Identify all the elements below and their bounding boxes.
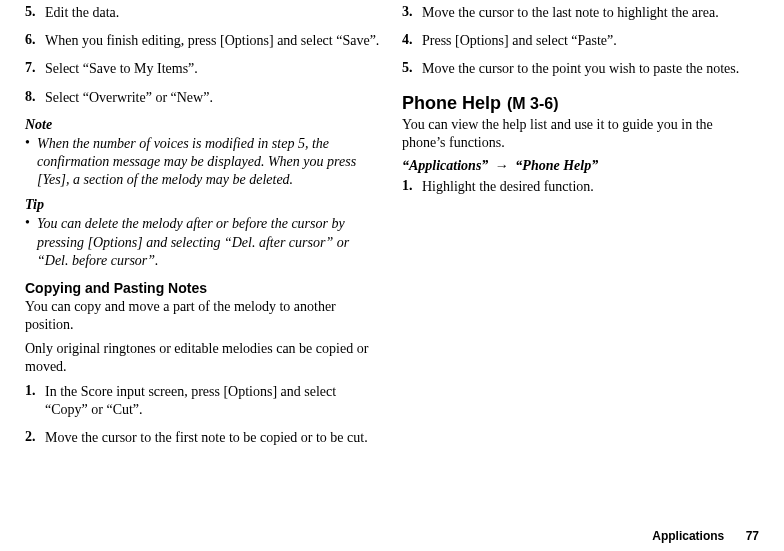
tip-bullet: • You can delete the melody after or bef…: [25, 215, 382, 270]
step-text: Press [Options] and select “Paste”.: [422, 32, 759, 50]
step-text: Select “Overwrite” or “New”.: [45, 89, 382, 107]
steps-copy-paste-cont: 3. Move the cursor to the last note to h…: [402, 4, 759, 79]
bullet-dot: •: [25, 135, 37, 190]
right-column: 3. Move the cursor to the last note to h…: [392, 0, 769, 457]
copy-paste-para1: You can copy and move a part of the melo…: [25, 298, 382, 334]
note-text: When the number of voices is modified in…: [37, 135, 382, 190]
step-number: 2.: [25, 429, 45, 447]
step-number: 5.: [402, 60, 422, 78]
step-number: 5.: [25, 4, 45, 22]
page-footer: Applications 77: [652, 529, 759, 543]
list-item: 5. Edit the data.: [25, 4, 382, 22]
footer-page-number: 77: [746, 529, 759, 543]
step-number: 1.: [25, 383, 45, 419]
steps-phone-help: 1. Highlight the desired function.: [402, 178, 759, 196]
step-text: When you finish editing, press [Options]…: [45, 32, 382, 50]
step-number: 8.: [25, 89, 45, 107]
list-item: 3. Move the cursor to the last note to h…: [402, 4, 759, 22]
menu-code: (M 3-6): [507, 95, 559, 113]
arrow-icon: →: [495, 158, 509, 173]
steps-copy-paste: 1. In the Score input screen, press [Opt…: [25, 383, 382, 448]
step-text: Move the cursor to the last note to high…: [422, 4, 759, 22]
nav-item-phone-help: “Phone Help”: [515, 158, 598, 173]
step-text: Move the cursor to the point you wish to…: [422, 60, 759, 78]
list-item: 1. In the Score input screen, press [Opt…: [25, 383, 382, 419]
step-number: 6.: [25, 32, 45, 50]
list-item: 4. Press [Options] and select “Paste”.: [402, 32, 759, 50]
step-number: 3.: [402, 4, 422, 22]
list-item: 7. Select “Save to My Items”.: [25, 60, 382, 78]
phone-help-heading: Phone Help: [402, 93, 501, 114]
footer-section-label: Applications: [652, 529, 724, 543]
note-label: Note: [25, 117, 382, 133]
copy-paste-heading: Copying and Pasting Notes: [25, 280, 382, 296]
step-text: Move the cursor to the first note to be …: [45, 429, 382, 447]
list-item: 5. Move the cursor to the point you wish…: [402, 60, 759, 78]
list-item: 8. Select “Overwrite” or “New”.: [25, 89, 382, 107]
step-text: Highlight the desired function.: [422, 178, 759, 196]
step-text: Edit the data.: [45, 4, 382, 22]
step-text: Select “Save to My Items”.: [45, 60, 382, 78]
list-item: 6. When you finish editing, press [Optio…: [25, 32, 382, 50]
list-item: 2. Move the cursor to the first note to …: [25, 429, 382, 447]
phone-help-para: You can view the help list and use it to…: [402, 116, 759, 152]
phone-help-heading-row: Phone Help (M 3-6): [402, 93, 759, 114]
nav-item-applications: “Applications”: [402, 158, 488, 173]
nav-path: “Applications” → “Phone Help”: [402, 158, 759, 174]
copy-paste-para2: Only original ringtones or editable melo…: [25, 340, 382, 376]
note-bullet: • When the number of voices is modified …: [25, 135, 382, 190]
tip-text: You can delete the melody after or befor…: [37, 215, 382, 270]
step-number: 7.: [25, 60, 45, 78]
step-number: 4.: [402, 32, 422, 50]
step-text: In the Score input screen, press [Option…: [45, 383, 382, 419]
list-item: 1. Highlight the desired function.: [402, 178, 759, 196]
steps-edit-save: 5. Edit the data. 6. When you finish edi…: [25, 4, 382, 107]
bullet-dot: •: [25, 215, 37, 270]
step-number: 1.: [402, 178, 422, 196]
left-column: 5. Edit the data. 6. When you finish edi…: [15, 0, 392, 457]
tip-label: Tip: [25, 197, 382, 213]
